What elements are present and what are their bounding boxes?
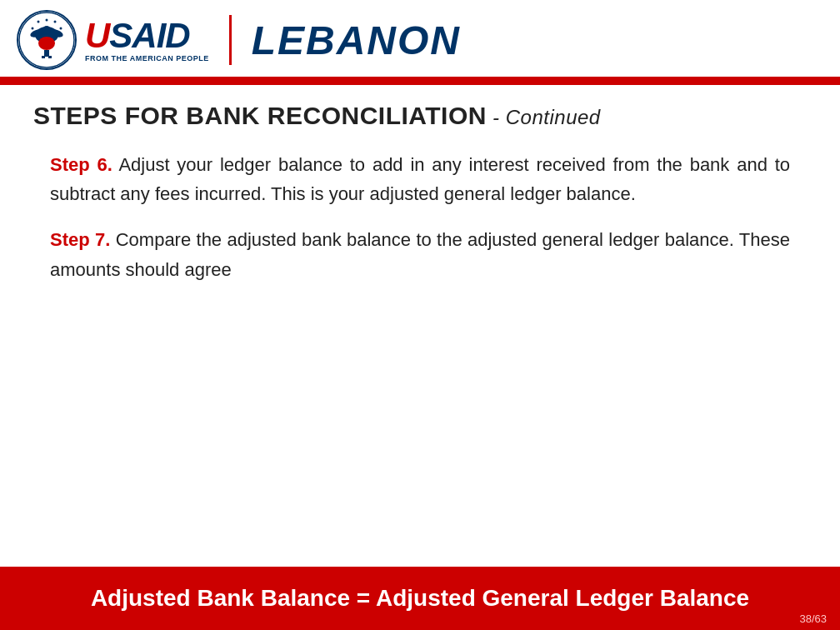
svg-point-10 — [54, 21, 57, 23]
page-title-main: STEPS FOR BANK RECONCILIATION — [33, 102, 487, 129]
from-american-people-text: FROM THE AMERICAN PEOPLE — [85, 54, 209, 62]
svg-point-11 — [60, 28, 62, 30]
main-content: STEPS FOR BANK RECONCILIATION - Continue… — [0, 85, 840, 567]
step6-label: Step 6. — [50, 154, 112, 175]
lebanon-brand-text: LEBANON — [252, 18, 461, 63]
slide-container: USAID FROM THE AMERICAN PEOPLE LEBANON S… — [0, 0, 840, 630]
step6-block: Step 6. Adjust your ledger balance to ad… — [50, 150, 790, 208]
usaid-emblem — [17, 10, 77, 70]
svg-rect-8 — [48, 56, 52, 58]
page-title-suffix: - Continued — [487, 106, 601, 128]
svg-point-5 — [42, 26, 51, 34]
slide-number: 38/63 — [799, 612, 827, 625]
svg-point-13 — [38, 21, 40, 23]
page-title: STEPS FOR BANK RECONCILIATION - Continue… — [33, 102, 807, 130]
svg-point-12 — [32, 28, 34, 30]
step7-label: Step 7. — [50, 229, 110, 250]
svg-rect-7 — [42, 56, 45, 58]
svg-rect-6 — [44, 50, 49, 57]
logo-area: USAID FROM THE AMERICAN PEOPLE LEBANON — [17, 10, 461, 70]
header: USAID FROM THE AMERICAN PEOPLE LEBANON — [0, 0, 840, 80]
usaid-brand-text: USAID — [85, 18, 190, 53]
svg-point-2 — [38, 37, 55, 50]
svg-point-9 — [46, 19, 48, 22]
footer-banner-text: Adjusted Bank Balance = Adjusted General… — [91, 585, 749, 612]
logo-divider — [229, 15, 232, 65]
step7-block: Step 7. Compare the adjusted bank balanc… — [50, 225, 790, 283]
usaid-logo-text: USAID FROM THE AMERICAN PEOPLE — [85, 18, 209, 62]
content-body: Step 6. Adjust your ledger balance to ad… — [33, 150, 807, 558]
step6-text: Adjust your ledger balance to add in any… — [50, 154, 790, 204]
step7-text: Compare the adjusted bank balance to the… — [50, 229, 790, 279]
footer-banner: Adjusted Bank Balance = Adjusted General… — [0, 567, 840, 630]
